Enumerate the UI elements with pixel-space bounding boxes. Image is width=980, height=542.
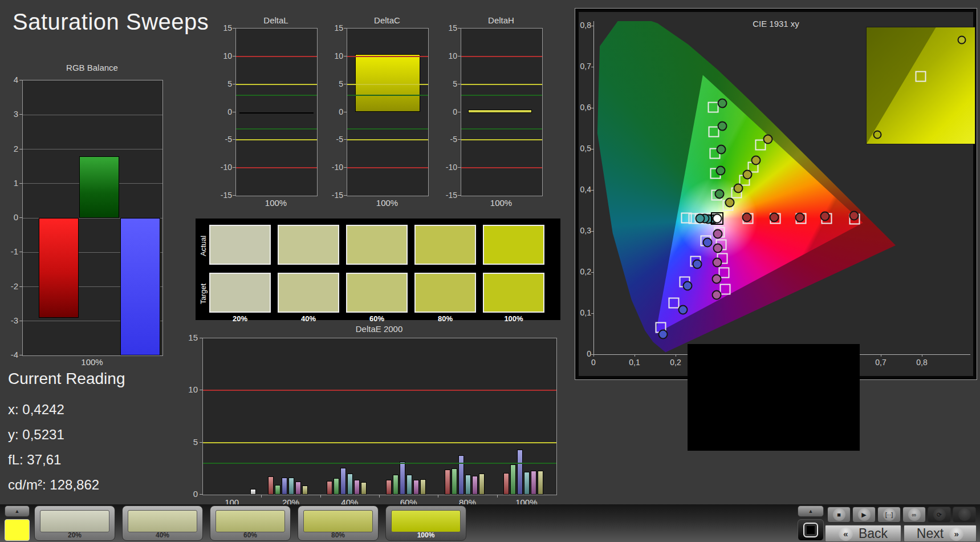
pattern-icon: [··] xyxy=(883,508,896,521)
back-button-label: Back xyxy=(859,526,888,541)
cie-measured-point-cyan xyxy=(696,214,705,224)
axis-tick xyxy=(635,354,635,357)
cie-measured-point-magenta xyxy=(713,243,722,253)
cie-measured-point-yellow xyxy=(725,197,735,207)
deltae-bar-yellow xyxy=(538,471,543,495)
cie-y-tick-label: 0,6 xyxy=(576,103,591,112)
deltae-bar-blue xyxy=(458,455,464,495)
scroll-up-right-button[interactable]: ▲ xyxy=(798,505,824,517)
deltae-bar-green xyxy=(452,468,457,495)
cie-zoom-inset xyxy=(866,27,975,144)
axis-tick xyxy=(19,149,22,149)
y-axis-tick-label: 0 xyxy=(213,107,232,115)
axis-tick xyxy=(344,167,347,168)
target-swatch-20% xyxy=(209,273,271,313)
cie-x-tick-label: 0 xyxy=(584,358,603,367)
scroll-up-left-button[interactable]: ▲ xyxy=(5,505,30,517)
y-axis-tick-label: -3 xyxy=(0,316,18,325)
deltae-bar-yellow xyxy=(420,479,426,495)
cie-measured-point-magenta xyxy=(712,274,722,284)
axis-tick xyxy=(19,286,22,287)
y-axis-tick-label: 0 xyxy=(0,212,18,221)
up-arrow-icon: ▲ xyxy=(808,508,814,514)
axis-tick xyxy=(591,108,593,108)
swatch-column-label: 20% xyxy=(209,314,271,322)
axis-tick xyxy=(458,28,461,29)
pattern-swatch-button-100%[interactable]: 100% xyxy=(385,505,466,541)
swatch-column-label: 100% xyxy=(483,314,544,322)
pattern-window-button[interactable] xyxy=(798,519,824,541)
cie-measured-point-blue xyxy=(678,305,688,315)
pattern-swatch-button-80%[interactable]: 80% xyxy=(298,505,379,541)
cie-measured-point-magenta xyxy=(713,257,722,267)
axis-tick xyxy=(233,139,235,140)
loop-button[interactable]: ∞ xyxy=(902,507,926,523)
axis-tick xyxy=(344,195,347,196)
axis-tick xyxy=(458,112,461,112)
stop-button[interactable]: ■ xyxy=(827,507,851,523)
x-axis-label: 100% xyxy=(347,198,428,207)
stop-icon: ■ xyxy=(833,508,845,521)
bottom-toolbar: ▲ 20%40%60%80%100% ▲ ■▶[··]∞⟳ « Back Nex… xyxy=(0,504,980,542)
axis-tick xyxy=(233,195,235,196)
y-axis-tick-label: 3 xyxy=(0,109,18,118)
reference-line xyxy=(236,139,317,140)
x-axis-label: 100% xyxy=(22,357,162,366)
axis-tick xyxy=(19,355,22,355)
reference-line xyxy=(236,167,317,168)
x-axis-label: 100% xyxy=(461,198,542,207)
deltae-bar-red xyxy=(386,480,392,495)
rgb-bar-red xyxy=(39,218,79,318)
refresh-button[interactable]: ⟳ xyxy=(928,507,951,523)
pattern-window-icon xyxy=(803,523,818,537)
cie-measured-point-green xyxy=(718,99,727,108)
reference-line xyxy=(236,84,317,85)
pattern-swatch-button-60%[interactable]: 60% xyxy=(210,505,291,541)
reference-line xyxy=(461,84,542,85)
cie-target-square-cyan xyxy=(681,212,692,223)
cie-white-point xyxy=(713,214,722,224)
target-swatch-60% xyxy=(346,273,408,313)
pattern-button[interactable]: [··] xyxy=(877,507,901,523)
cie-y-tick-label: 0,1 xyxy=(576,308,591,317)
play-button[interactable]: ▶ xyxy=(852,507,876,523)
y-axis-tick-label: 5 xyxy=(324,79,343,87)
actual-swatch-60% xyxy=(346,225,408,265)
y-axis-tick-label: -1 xyxy=(0,246,18,256)
target-swatch-100% xyxy=(483,273,544,313)
deltae-bar-white xyxy=(250,489,256,495)
axis-tick xyxy=(438,495,438,497)
axis-tick xyxy=(676,354,676,357)
deltae-bar-blue xyxy=(340,468,346,495)
current-color-swatch[interactable] xyxy=(5,519,30,541)
cie-measured-point-red xyxy=(742,212,751,222)
deltae-bar-magenta xyxy=(413,480,419,495)
axis-tick xyxy=(344,139,347,140)
cie-measured-point-green xyxy=(715,189,725,199)
reading-x: x: 0,4242 xyxy=(8,402,64,418)
pattern-swatch-button-20%[interactable]: 20% xyxy=(34,505,115,541)
swatch-column-label: 80% xyxy=(414,314,476,322)
cie-target-square-magenta xyxy=(719,284,730,295)
back-button[interactable]: « Back xyxy=(825,525,901,542)
blank-button[interactable] xyxy=(953,507,976,523)
reading-y: y: 0,5231 xyxy=(8,427,64,443)
gridline xyxy=(23,115,162,115)
axis-tick xyxy=(591,313,593,314)
cie-y-tick-label: 0,7 xyxy=(576,62,591,71)
target-row-label: Target xyxy=(199,281,208,304)
actual-swatch-80% xyxy=(414,225,476,265)
cie-y-tick-label: 0,5 xyxy=(576,144,591,153)
delta-chart-title: DeltaH xyxy=(449,15,553,25)
y-axis-tick-label: 15 xyxy=(324,23,343,31)
next-button[interactable]: Next » xyxy=(904,525,977,542)
cie-x-tick-label: 0,7 xyxy=(872,358,890,367)
target-swatch-80% xyxy=(414,273,476,313)
pattern-swatch-label: 100% xyxy=(386,531,466,539)
pattern-swatch-button-40%[interactable]: 40% xyxy=(122,505,203,541)
axis-tick xyxy=(233,84,235,84)
axis-tick xyxy=(591,67,593,67)
cie-measured-point-red xyxy=(820,212,829,221)
reference-line xyxy=(203,442,556,443)
y-axis-tick-label: 10 xyxy=(181,385,198,394)
